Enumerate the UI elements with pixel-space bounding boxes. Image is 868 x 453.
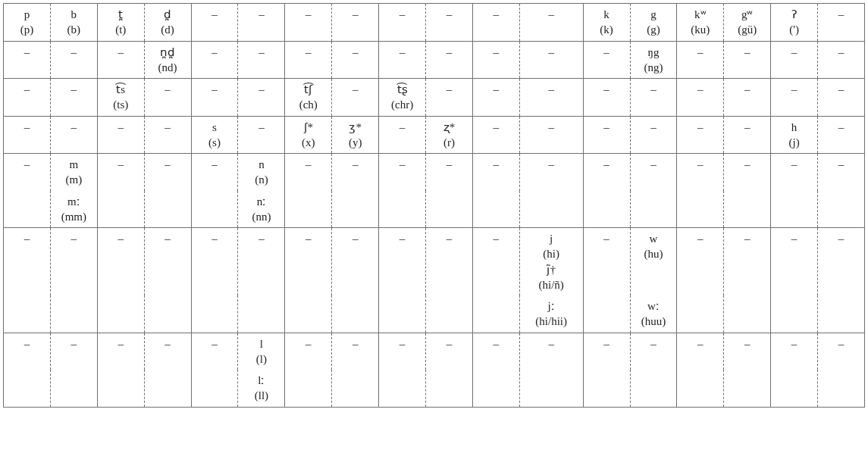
table-cell: – — [379, 4, 426, 42]
dash: – — [838, 233, 844, 245]
dash: – — [744, 233, 750, 245]
dash: – — [838, 338, 844, 350]
table-cell: – — [818, 228, 865, 296]
orthography: (ch) — [287, 97, 330, 112]
dash: – — [548, 83, 554, 95]
table-cell: ʐ*(r) — [426, 116, 473, 154]
dash: – — [306, 233, 312, 245]
ipa-symbol: s — [193, 120, 237, 135]
table-cell: – — [4, 333, 51, 370]
table-cell: – — [630, 333, 677, 370]
orthography: (l) — [240, 351, 283, 367]
ipa-symbol: k — [585, 7, 628, 22]
table-cell: – — [50, 228, 97, 296]
table-cell: – — [4, 154, 51, 191]
dash: – — [400, 233, 406, 245]
table-cell — [426, 295, 473, 333]
table-cell — [818, 191, 865, 228]
table-cell: – — [426, 154, 473, 191]
table-row: mː(mm)nː(nn) — [4, 191, 865, 228]
table-cell: – — [519, 333, 583, 370]
table-cell — [677, 370, 724, 407]
dash: – — [24, 46, 30, 58]
table-cell — [50, 295, 97, 333]
dash: – — [306, 338, 312, 350]
ipa-symbol: l — [240, 336, 283, 351]
table-cell: – — [677, 333, 724, 370]
table-row: –––––l(l)–––––––––––– — [4, 333, 865, 370]
table-cell: s(s) — [191, 116, 238, 154]
orthography: (hi) — [522, 246, 581, 261]
table-cell: – — [771, 79, 818, 117]
table-cell: – — [472, 228, 519, 296]
orthography: (p) — [5, 22, 49, 37]
ipa-symbol: m — [52, 157, 96, 172]
ipa-symbol: t̪ — [99, 7, 143, 22]
table-cell: – — [285, 228, 332, 296]
table-cell — [426, 370, 473, 407]
dash: – — [212, 338, 218, 350]
dash: – — [791, 158, 797, 170]
dash: – — [353, 338, 359, 350]
table-cell: – — [332, 228, 379, 296]
dash: – — [447, 338, 453, 350]
orthography: (y) — [334, 135, 377, 150]
dash: – — [165, 83, 171, 95]
orthography: (d) — [146, 22, 190, 37]
table-cell: – — [583, 116, 630, 154]
ipa-symbol: ʃ* — [287, 120, 330, 135]
orthography: (mm) — [52, 209, 96, 224]
dash: – — [259, 121, 265, 133]
table-cell: – — [771, 41, 818, 79]
dash: – — [447, 8, 453, 20]
orthography: (ll) — [240, 388, 283, 403]
table-cell — [630, 191, 677, 228]
phoneme-table: p(p)b(b)t̪(t)d̪(d)––––––––k(k)g(g)kʷ(ku)… — [3, 3, 865, 408]
ipa-symbol: wː — [632, 298, 675, 314]
dash: – — [400, 158, 406, 170]
table-cell — [724, 370, 771, 407]
table-cell: – — [472, 41, 519, 79]
dash: – — [697, 158, 703, 170]
table-cell: – — [472, 4, 519, 42]
table-cell: t͡ʂ(chr) — [379, 79, 426, 117]
dash: – — [447, 83, 453, 95]
table-cell: – — [50, 79, 97, 117]
table-cell: – — [238, 116, 285, 154]
ipa-symbol: ʐ* — [428, 120, 471, 135]
dash: – — [548, 338, 554, 350]
table-cell: gʷ(gü) — [724, 4, 771, 42]
dash: – — [494, 158, 500, 170]
dash: – — [650, 158, 656, 170]
table-cell: – — [818, 4, 865, 42]
dash: – — [791, 83, 797, 95]
table-cell: – — [472, 333, 519, 370]
table-cell — [771, 370, 818, 407]
table-row: lː(ll) — [4, 370, 865, 407]
table-cell: – — [472, 79, 519, 117]
table-cell: – — [191, 154, 238, 191]
dash: – — [838, 83, 844, 95]
table-cell: – — [677, 154, 724, 191]
ipa-symbol: n — [240, 157, 283, 172]
table-cell: – — [426, 79, 473, 117]
table-cell: – — [97, 333, 144, 370]
table-cell: – — [4, 116, 51, 154]
table-cell: – — [677, 228, 724, 296]
table-cell: – — [238, 228, 285, 296]
table-cell: – — [191, 4, 238, 42]
ipa-symbol: ȷ̃† — [522, 262, 581, 277]
dash: – — [603, 158, 609, 170]
table-cell: – — [379, 154, 426, 191]
dash: – — [603, 46, 609, 58]
table-cell — [191, 370, 238, 407]
dash: – — [259, 83, 265, 95]
table-cell — [583, 370, 630, 407]
table-cell: jː(hi/hii) — [519, 295, 583, 333]
table-cell: – — [818, 79, 865, 117]
table-cell: – — [144, 154, 191, 191]
ipa-symbol: w — [632, 231, 675, 246]
table-cell — [472, 295, 519, 333]
table-cell: g(g) — [630, 4, 677, 42]
ipa-symbol: t͡ʃ — [287, 82, 330, 97]
